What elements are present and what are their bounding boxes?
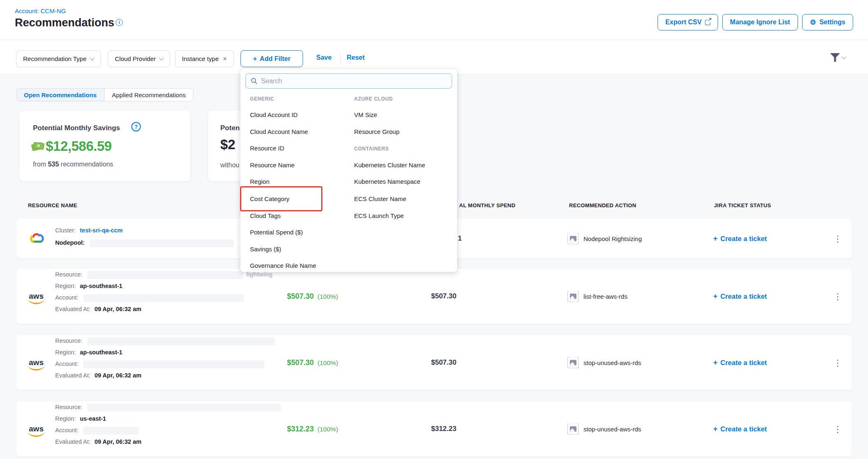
filter-option-ecs-cluster-name[interactable]: ECS Cluster Name	[354, 195, 406, 202]
filter-chip-instance-type[interactable]: Instance type ×	[175, 50, 234, 67]
region-value: ap-southeast-1	[80, 349, 122, 356]
filter-option-potential-spend[interactable]: Potential Spend ($)	[250, 229, 303, 236]
chevron-down-icon	[159, 56, 164, 60]
filter-funnel-icon	[830, 53, 840, 62]
savings-percent: (100%)	[317, 426, 338, 433]
filter-option-resource-name[interactable]: Resource Name	[250, 162, 294, 169]
chevron-down-icon	[90, 56, 94, 60]
account-breadcrumb[interactable]: Account: CCM-NG	[15, 7, 66, 14]
chevron-down-icon	[842, 54, 846, 59]
savings-value: $12,586.59	[46, 138, 112, 154]
export-csv-button[interactable]: Export CSV ↗	[658, 14, 718, 30]
col-resource-name: RESOURCE NAME	[28, 202, 77, 208]
filter-option-resource-id[interactable]: Resource ID	[250, 145, 284, 152]
action-image-icon	[567, 291, 579, 302]
manage-ignore-list-button[interactable]: Manage Ignore List	[722, 14, 798, 30]
search-input[interactable]	[261, 77, 447, 85]
tab-applied-recommendations[interactable]: Applied Recommendations	[105, 89, 193, 101]
filter-panel-toggle[interactable]	[830, 53, 846, 62]
create-ticket-button[interactable]: +Create a ticket	[713, 425, 767, 433]
recommendation-count: 535	[48, 161, 59, 168]
action-image-icon	[567, 233, 579, 244]
monthly-spend-value: $507.30	[431, 292, 456, 300]
recommended-action: Nodepool Rightsizing	[567, 233, 642, 244]
filter-option-resource-group[interactable]: Resource Group	[354, 128, 399, 135]
money-icon	[32, 142, 44, 152]
filter-option-region[interactable]: Region	[250, 178, 270, 185]
create-ticket-button[interactable]: +Create a ticket	[713, 292, 767, 301]
resource-name-tail: lightwing	[246, 271, 273, 278]
cluster-link[interactable]: test-sri-qa-ccm	[80, 227, 123, 234]
dropdown-search[interactable]	[245, 73, 452, 89]
create-ticket-button[interactable]: +Create a ticket	[713, 234, 767, 243]
save-filter-link[interactable]: Save	[316, 54, 331, 61]
filter-option-governance-rule[interactable]: Governance Rule Name	[250, 262, 316, 269]
region-value: us-east-1	[80, 415, 106, 422]
info-icon[interactable]: i	[116, 19, 123, 26]
add-filter-dropdown: GENERIC Cloud Account ID Cloud Account N…	[240, 69, 457, 272]
table-row[interactable]: aws Resource: lightwing Region: ap-south…	[16, 269, 852, 324]
aws-icon: aws	[26, 424, 47, 433]
filter-option-cloud-account-name[interactable]: Cloud Account Name	[250, 128, 308, 135]
row-menu-kebab-icon[interactable]: ⋮	[833, 292, 842, 301]
redacted-value	[90, 239, 234, 247]
recommended-action: stop-unused-aws-rds	[567, 424, 641, 435]
row-menu-kebab-icon[interactable]: ⋮	[833, 425, 842, 433]
search-icon	[251, 77, 257, 84]
section-containers: CONTAINERS	[354, 146, 389, 152]
monthly-savings-value: $507.30(100%)	[287, 292, 338, 301]
region-value: ap-southeast-1	[80, 283, 122, 289]
add-filter-label: Add Filter	[260, 55, 291, 63]
evaluated-at-value: 09 Apr, 06:32 am	[94, 306, 141, 312]
add-filter-button[interactable]: + Add Filter	[240, 50, 303, 67]
chip-label: Recommendation Type	[23, 55, 86, 62]
redacted-value	[87, 337, 275, 345]
filter-option-k8s-namespace[interactable]: Kubernetes Namespace	[354, 178, 420, 185]
filter-option-cloud-tags[interactable]: Cloud Tags	[250, 212, 281, 219]
aws-icon: aws	[26, 358, 47, 367]
spend-value-partial: $2	[220, 137, 236, 152]
save-reset-divider	[340, 52, 341, 65]
monthly-spend-value: $312.23	[431, 425, 456, 433]
manage-ignore-list-label: Manage Ignore List	[730, 19, 790, 26]
col-monthly-spend: AL MONTHLY SPEND	[459, 202, 516, 208]
row-menu-kebab-icon[interactable]: ⋮	[833, 358, 842, 367]
col-recommended-action: RECOMMENDED ACTION	[569, 202, 636, 208]
filter-chip-recommendation-type[interactable]: Recommendation Type	[16, 50, 101, 67]
settings-button[interactable]: ⚙ Settings	[802, 14, 853, 30]
reset-filter-link[interactable]: Reset	[347, 54, 365, 61]
evaluated-at-value: 09 Apr, 06:32 am	[94, 372, 141, 379]
gear-icon: ⚙	[810, 19, 816, 26]
close-icon[interactable]: ×	[223, 55, 226, 63]
cluster-label: Cluster:	[55, 227, 76, 234]
filter-option-k8s-cluster-name[interactable]: Kubernetes Cluster Name	[354, 162, 425, 169]
plus-icon: +	[713, 425, 718, 433]
redacted-value	[87, 271, 243, 279]
filter-option-cloud-account-id[interactable]: Cloud Account ID	[250, 111, 298, 118]
table-row[interactable]: aws Resource: Region: us-east-1 Account:…	[16, 401, 852, 457]
plus-icon: +	[713, 358, 718, 367]
section-generic: GENERIC	[250, 96, 274, 102]
filter-option-savings[interactable]: Savings ($)	[250, 246, 281, 253]
spend-subtitle-partial: withou	[220, 162, 239, 169]
create-ticket-button[interactable]: +Create a ticket	[713, 358, 767, 367]
savings-percent: (100%)	[317, 359, 338, 366]
savings-percent: (100%)	[317, 293, 338, 300]
tab-open-recommendations[interactable]: Open Recommendations	[16, 89, 105, 101]
plus-icon: +	[713, 234, 718, 243]
plus-icon: +	[253, 55, 257, 63]
help-icon[interactable]: ?	[131, 122, 141, 131]
filter-chip-cloud-provider[interactable]: Cloud Provider	[108, 50, 170, 67]
action-label: list-free-aws-rds	[583, 293, 628, 300]
plus-icon: +	[713, 292, 718, 300]
filter-option-ecs-launch-type[interactable]: ECS Launch Type	[354, 212, 404, 219]
row-menu-kebab-icon[interactable]: ⋮	[833, 234, 842, 243]
chip-label: Instance type	[182, 55, 219, 62]
filter-option-vm-size[interactable]: VM Size	[354, 111, 377, 118]
page-title: Recommendations	[15, 16, 114, 29]
table-row[interactable]: aws Resource: Region: ap-southeast-1 Acc…	[16, 335, 852, 390]
chip-label: Cloud Provider	[115, 55, 156, 62]
savings-card-title: Potential Monthly Savings	[33, 124, 120, 132]
filter-option-cost-category[interactable]: Cost Category	[250, 195, 289, 202]
action-label: stop-unused-aws-rds	[583, 359, 641, 366]
